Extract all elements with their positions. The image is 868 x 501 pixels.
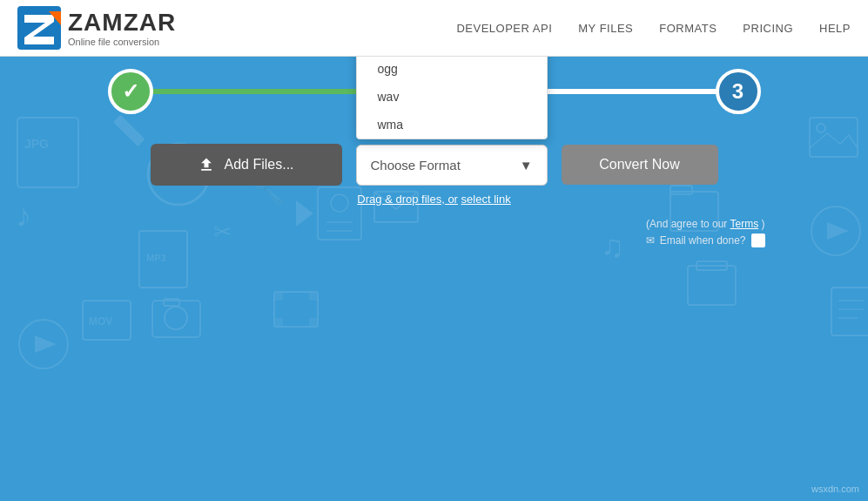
- nav-developer-api[interactable]: DEVELOPER API: [456, 22, 552, 35]
- select-link[interactable]: select link: [461, 193, 511, 206]
- format-item-wma[interactable]: wma: [357, 111, 547, 139]
- email-icon: ✉: [646, 234, 655, 247]
- email-checkbox[interactable]: [751, 234, 765, 247]
- main-nav: DEVELOPER API MY FILES FORMATS PRICING H…: [456, 22, 851, 35]
- terms-row: (And agree to our Terms ): [646, 218, 765, 230]
- add-files-label: Add Files...: [224, 157, 293, 173]
- nav-formats[interactable]: FORMATS: [659, 22, 717, 35]
- main-area: JPG ♪ 🔧 MP3: [0, 57, 868, 501]
- email-row: ✉ Email when done?: [646, 234, 765, 247]
- email-label: Email when done?: [660, 234, 746, 247]
- svg-rect-33: [688, 266, 736, 305]
- step-3-circle: 3: [716, 69, 761, 114]
- format-select-button[interactable]: Choose Format ▼: [356, 145, 548, 186]
- terms-link[interactable]: Terms: [730, 218, 758, 230]
- terms-text: (And agree to our: [646, 218, 727, 230]
- convert-now-button[interactable]: Convert Now: [562, 145, 718, 185]
- chevron-down-icon: ▼: [520, 158, 533, 173]
- step-1-checkmark: ✓: [122, 79, 139, 104]
- step-1-circle: ✓: [108, 69, 153, 114]
- content-area: ✓ 3 Add Files... Choose Format Audio For…: [0, 57, 868, 247]
- logo-subtitle: Online file conversion: [68, 37, 176, 47]
- format-select-label: Choose Format: [371, 158, 461, 173]
- format-dropdown[interactable]: Choose Format Audio Formats aac ac3 flac…: [356, 57, 548, 139]
- step-3-number: 3: [732, 79, 744, 104]
- logo-area: ZAMZAR Online file conversion: [17, 6, 176, 50]
- format-item-ogg[interactable]: ogg: [357, 57, 547, 83]
- svg-rect-25: [309, 292, 318, 301]
- watermark: wsxdn.com: [811, 484, 859, 494]
- action-row: Add Files... Choose Format Audio Formats…: [151, 144, 718, 186]
- svg-rect-26: [274, 318, 283, 327]
- format-select-wrapper: Choose Format Audio Formats aac ac3 flac…: [356, 145, 548, 186]
- nav-my-files[interactable]: MY FILES: [578, 22, 633, 35]
- add-files-button[interactable]: Add Files...: [151, 144, 342, 186]
- logo-title: ZAMZAR: [68, 9, 176, 37]
- bottom-text-area: (And agree to our Terms ) ✉ Email when d…: [104, 218, 765, 247]
- svg-rect-27: [309, 318, 318, 327]
- svg-rect-35: [831, 288, 868, 335]
- nav-pricing[interactable]: PRICING: [743, 22, 793, 35]
- terms-close: ): [762, 218, 765, 230]
- svg-marker-31: [35, 335, 57, 353]
- drag-drop-text: Drag & drop files, or select link: [357, 193, 510, 206]
- svg-rect-24: [274, 292, 283, 301]
- zamzar-logo-icon: [17, 6, 61, 50]
- format-item-wav[interactable]: wav: [357, 83, 547, 111]
- svg-text:MP3: MP3: [146, 253, 166, 263]
- svg-text:MOV: MOV: [89, 315, 112, 328]
- svg-point-21: [165, 307, 187, 329]
- nav-help[interactable]: HELP: [819, 22, 851, 35]
- upload-icon: [198, 156, 215, 173]
- header: ZAMZAR Online file conversion DEVELOPER …: [0, 0, 868, 57]
- logo-text: ZAMZAR Online file conversion: [68, 9, 176, 47]
- drag-text-label: Drag & drop files, or: [357, 193, 458, 206]
